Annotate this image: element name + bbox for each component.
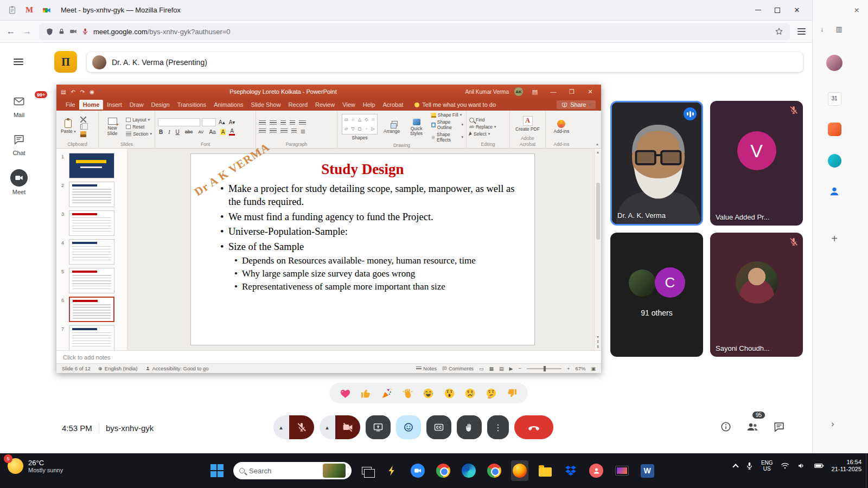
section-button[interactable]: Section▾	[126, 131, 152, 137]
scroll-down-icon[interactable]: ▾	[597, 335, 599, 339]
thumbnail-row[interactable]: 3	[56, 209, 127, 237]
normal-view-icon[interactable]: ▭	[479, 366, 484, 371]
in-call-chat-button[interactable]	[773, 421, 785, 435]
slide-4-thumbnail[interactable]	[69, 239, 114, 265]
line-spacing-icon[interactable]	[299, 120, 306, 126]
font-name-box[interactable]	[158, 118, 200, 126]
redo-icon[interactable]: ↷	[80, 89, 85, 95]
character-spacing-button[interactable]: AV	[197, 130, 205, 134]
strikethrough-button[interactable]: abc	[184, 129, 194, 134]
pinned-tab-clipboard[interactable]	[5, 4, 18, 17]
panel-close-icon[interactable]: ✕	[854, 7, 859, 14]
quick-styles-button[interactable]: Quick Styles	[404, 118, 429, 137]
highlight-color-button[interactable]: A	[220, 129, 226, 135]
language-indicator[interactable]: ENG US	[761, 460, 773, 472]
ppt-minimize-button[interactable]: —	[547, 88, 560, 95]
reaction-crying[interactable]	[464, 387, 477, 400]
file-explorer-button[interactable]	[537, 460, 554, 481]
tab-acrobat[interactable]: Acrobat	[379, 100, 407, 110]
decrease-indent-icon[interactable]	[280, 120, 286, 126]
numbering-icon[interactable]	[270, 120, 277, 126]
media-app-button[interactable]	[613, 460, 630, 481]
slide-canvas[interactable]: Dr A K VERMA Study Design Make a project…	[191, 154, 534, 345]
profile-avatar[interactable]	[826, 54, 843, 72]
presenter-bar[interactable]: Dr. A. K. Verma (Presenting)	[87, 52, 803, 72]
find-button[interactable]: Find	[469, 117, 496, 123]
library-icon[interactable]: ▥	[836, 25, 843, 33]
taskbar-search[interactable]: Search	[233, 462, 352, 479]
sidebar-item-mail[interactable]: 99+ Mail	[0, 95, 38, 118]
task-view-button[interactable]	[358, 460, 375, 481]
quick-launch-button[interactable]	[384, 460, 401, 481]
tile-sayoni[interactable]: Sayoni Choudh...	[710, 233, 803, 357]
tray-mic-icon[interactable]	[745, 461, 754, 471]
tile-value-added[interactable]: V Value Added Pr...	[710, 101, 803, 226]
tab-design[interactable]: Design	[147, 100, 173, 110]
slide-7-thumbnail[interactable]	[69, 325, 114, 350]
change-case-button[interactable]: Aa	[208, 129, 216, 135]
dropbox-button[interactable]	[562, 460, 579, 481]
battery-icon[interactable]	[814, 460, 825, 471]
shrink-font-button[interactable]: A▾	[228, 119, 237, 125]
bullets-icon[interactable]	[259, 120, 266, 126]
thumbnail-row[interactable]: 6	[56, 295, 127, 324]
taskbar-clock[interactable]: 16:54 21-11-2025	[832, 459, 861, 473]
present-button[interactable]	[366, 415, 391, 439]
weather-widget[interactable]: 5 26°C Mostly sunny	[8, 458, 63, 474]
ribbon-display-button[interactable]: ▤	[528, 88, 541, 95]
italic-button[interactable]: I	[167, 129, 171, 135]
tile-others[interactable]: C 91 others	[610, 233, 703, 357]
word-button[interactable]: W	[639, 460, 656, 481]
notes-pane[interactable]: Click to add notes	[56, 350, 601, 363]
font-color-button[interactable]: A	[229, 128, 235, 136]
sidebar-item-meet[interactable]: Meet	[0, 169, 38, 195]
grow-font-button[interactable]: A▴	[218, 119, 226, 125]
columns-icon[interactable]: ▥	[301, 129, 305, 134]
shape-effects-button[interactable]: Shape Effects▾	[431, 132, 463, 143]
increase-indent-icon[interactable]	[290, 120, 295, 126]
zoom-level[interactable]: 67%	[575, 365, 585, 371]
slide-2-thumbnail[interactable]	[69, 182, 114, 207]
notes-shortcut[interactable]	[826, 120, 843, 138]
tab-home[interactable]: Home	[79, 100, 104, 110]
zoom-slider[interactable]	[527, 368, 561, 369]
back-button[interactable]: ←	[7, 27, 15, 36]
justify-icon[interactable]	[291, 129, 297, 134]
thumbnail-row[interactable]: 2	[56, 180, 127, 209]
video-app-button[interactable]	[409, 460, 426, 481]
align-right-icon[interactable]	[280, 129, 288, 134]
slide-thumbnail-panel[interactable]: 1 2 3 4	[56, 149, 127, 350]
mic-permission-icon[interactable]	[81, 28, 89, 35]
scroll-up-icon[interactable]: ▴	[597, 150, 599, 155]
tab-animations[interactable]: Animations	[210, 100, 247, 110]
slide-5-thumbnail[interactable]	[69, 268, 114, 293]
slideshow-icon[interactable]: ▶	[509, 366, 513, 371]
previous-slide-icon[interactable]: ⇞	[596, 339, 600, 344]
reaction-thumbs-down[interactable]	[506, 387, 519, 400]
chrome-button[interactable]	[435, 460, 452, 481]
ppt-restore-button[interactable]: ❐	[565, 88, 578, 95]
arrange-button[interactable]: Arrange	[382, 120, 401, 135]
addins-button[interactable]: Add-ins	[552, 119, 571, 135]
slide-sorter-icon[interactable]: ▦	[489, 366, 494, 371]
main-menu-button[interactable]	[14, 61, 23, 62]
ppt-account-name[interactable]: Anil Kumar Verma	[465, 89, 509, 95]
shape-outline-button[interactable]: Shape Outline▾	[431, 119, 463, 130]
bold-button[interactable]: B	[158, 129, 164, 135]
bookmark-star-icon[interactable]	[775, 27, 783, 36]
slide-3-thumbnail[interactable]	[69, 210, 114, 236]
reaction-party-popper[interactable]	[380, 387, 393, 400]
forward-button[interactable]: →	[23, 27, 31, 36]
url-text[interactable]: meet.google.com/bys-xnhv-gyk?authuser=0	[93, 28, 231, 36]
minimize-button[interactable]	[748, 2, 768, 18]
shapes-button[interactable]: ▭○△◇☆▱▽◻◦▷ Shapes	[340, 113, 379, 142]
edge-button[interactable]	[460, 460, 477, 481]
share-button[interactable]: Share▾	[557, 100, 596, 109]
more-options-button[interactable]: ⋮	[487, 415, 509, 439]
close-button[interactable]: ✕	[787, 2, 807, 18]
comments-toggle-button[interactable]: Comments	[442, 365, 474, 371]
format-painter-icon[interactable]	[80, 131, 86, 137]
end-call-button[interactable]	[514, 415, 553, 439]
save-icon[interactable]: ▤	[61, 89, 66, 95]
zoom-in-icon[interactable]: +	[567, 365, 570, 371]
